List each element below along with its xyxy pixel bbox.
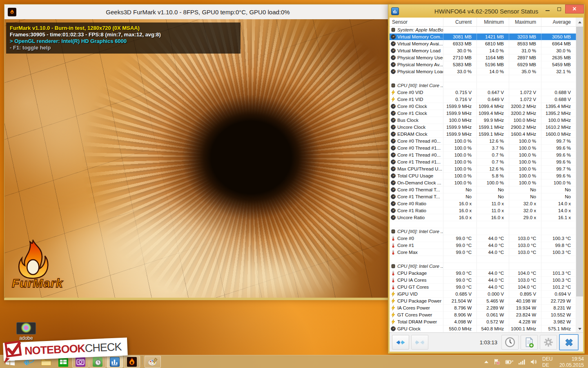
sensor-row[interactable]: CPU IA Cores99.0 °C44.0 °C103.0 °C100.3 … — [390, 277, 576, 284]
sensor-row[interactable]: CPU Package99.0 °C44.0 °C104.0 °C101.3 °… — [390, 270, 576, 277]
sensor-value: 2.289 W — [477, 305, 509, 312]
sensor-row[interactable]: Core #0 VID0.715 V0.647 V1.072 V0.688 V — [390, 89, 576, 96]
column-header-minimum[interactable]: Minimum — [477, 18, 509, 26]
sensor-value: 0.7 % — [477, 159, 509, 166]
sensor-row[interactable]: Virtual Memory Avai...6933 MB6810 MB8593… — [390, 40, 576, 47]
hwinfo-titlebar[interactable]: HWiNFO64 v4.62-2500 Sensor Status × — [388, 4, 584, 18]
volume-speaker-icon[interactable] — [530, 359, 537, 365]
sensor-row[interactable]: Physical Memory Used2710 MB1164 MB2897 M… — [390, 54, 576, 61]
sensor-row[interactable]: Uncore Clock1599.9 MHz1599.1 MHz2900.2 M… — [390, 124, 576, 131]
sensor-value: 1164 MB — [477, 54, 509, 61]
sensor-label: Uncore Clock — [397, 125, 425, 130]
sensor-row[interactable]: CPU Package Power21.504 W5.465 W40.198 W… — [390, 298, 576, 305]
sensor-row[interactable]: Bus Clock100.0 MHz99.9 MHz100.0 MHz100.0… — [390, 117, 576, 124]
sensor-row[interactable]: Total DRAM Power4.098 W0.572 W4.228 W3.9… — [390, 319, 576, 325]
sensor-value: 14.0 x — [541, 200, 576, 207]
sensor-row[interactable]: Core #1 Thread #1...100.0 %0.7 %100.0 %9… — [390, 159, 576, 166]
tray-time: 19:54 — [572, 356, 584, 362]
sensor-value: 1599.9 MHz — [443, 103, 477, 110]
scroll-up-button[interactable] — [576, 18, 583, 27]
sensor-row[interactable]: GT Cores Power8.906 W0.061 W23.824 W10.5… — [390, 312, 576, 319]
sensor-row[interactable]: EDRAM Clock1599.9 MHz1599.1 MHz1600.4 MH… — [390, 131, 576, 138]
taskbar-item-stopwatch-benchmark[interactable] — [89, 356, 106, 368]
sensor-row[interactable]: Core #0 Thread #1...100.0 %3.7 %100.0 %9… — [390, 145, 576, 152]
sensor-value: 0.572 W — [477, 319, 509, 325]
sensor-row[interactable]: Virtual Memory Load30.0 %14.0 %31.0 %30.… — [390, 47, 576, 54]
sensor-row[interactable]: Core #1 VID0.716 V0.649 V1.072 V0.688 V — [390, 96, 576, 103]
settings-button[interactable] — [540, 335, 557, 350]
scroll-down-button[interactable] — [576, 325, 583, 332]
sensor-row[interactable]: Core #199.0 °C44.0 °C103.0 °C99.8 °C — [390, 242, 576, 249]
sensor-row[interactable]: On-Demand Clock ...100.0 %100.0 %100.0 %… — [390, 180, 576, 186]
sensor-row[interactable]: Total CPU Usage100.0 %5.8 %100.0 %99.6 % — [390, 173, 576, 180]
sensor-row[interactable]: CPU GT Cores99.0 °C44.0 °C104.0 °C101.2 … — [390, 284, 576, 291]
sensor-row[interactable]: Core Max99.0 °C44.0 °C103.0 °C100.3 °C — [390, 249, 576, 256]
furmark-titlebar[interactable]: Geeks3D FurMark v1.10.0 - 8FPS, GPU0 tem… — [4, 4, 391, 19]
sensor-label: Virtual Memory Com... — [397, 34, 443, 39]
sensor-value: 100.3 °C — [541, 277, 576, 284]
sensor-row[interactable]: Max CPU/Thread U...100.0 %12.6 %100.0 %9… — [390, 166, 576, 173]
column-header-maximum[interactable]: Maximum — [509, 18, 541, 26]
taskbar-item-paint[interactable] — [145, 356, 161, 368]
collapse-columns-button[interactable] — [411, 335, 428, 350]
sensor-row[interactable]: IA Cores Power8.796 W2.289 W19.934 W8.23… — [390, 305, 576, 312]
tray-clock[interactable]: DEU19:54 DE20.05.2015 — [540, 355, 588, 368]
sensor-section-header[interactable]: CPU [#0]: Intel Core ... — [390, 228, 576, 235]
sensor-section-header[interactable]: CPU [#0]: Intel Core ... — [390, 263, 576, 270]
column-header-current[interactable]: Current — [443, 18, 477, 26]
show-hidden-icons-button[interactable] — [484, 361, 488, 363]
vertical-scrollbar[interactable] — [576, 27, 583, 332]
expand-columns-button[interactable] — [392, 335, 409, 350]
minimize-button[interactable] — [541, 4, 553, 13]
sensor-value: 100.0 % — [443, 159, 477, 166]
taskbar-item-furmark[interactable] — [124, 356, 140, 368]
sensor-row[interactable]: Core #0 Thread #0...100.0 %12.6 %100.0 %… — [390, 138, 576, 145]
sensor-row[interactable]: Virtual Memory Com...3081 MB1421 MB3203 … — [390, 34, 576, 40]
sensor-row[interactable]: Core #0 Ratio16.0 x11.0 x32.0 x14.0 x — [390, 200, 576, 207]
close-button[interactable]: × — [565, 4, 584, 13]
scrollbar-thumb[interactable] — [576, 27, 583, 296]
sensor-label: Core #1 Thread #1... — [397, 159, 441, 164]
reset-clock-button[interactable] — [501, 335, 519, 350]
sensor-value: 99.6 % — [541, 173, 576, 180]
sensor-section-header[interactable]: CPU [#0]: Intel Core ... — [390, 82, 576, 89]
column-header-average[interactable]: Average — [541, 18, 576, 26]
sensor-value: 100.0 % — [509, 180, 541, 186]
sensor-value: 1395.2 MHz — [541, 110, 576, 117]
sensor-value: 0.895 V — [509, 291, 541, 298]
sensor-value: 1421 MB — [477, 34, 509, 40]
sensor-section-header[interactable]: System: Apple MacBo... — [390, 27, 576, 34]
close-sensors-button[interactable] — [559, 334, 579, 350]
sensor-row[interactable]: GPU Clock550.0 MHz540.8 MHz1000.1 MHz575… — [390, 325, 576, 332]
section-label: CPU [#0]: Intel Core ... — [397, 264, 443, 269]
watermark-text-notebook: NOTEBOOK — [24, 342, 85, 357]
sensor-row[interactable]: Core #1 Thermal T...NoNoNoNo — [390, 193, 576, 200]
sensor-value: 23.824 W — [509, 312, 541, 319]
taskbar-item-hwinfo[interactable] — [107, 356, 123, 368]
sensor-value: 0.7 % — [477, 152, 509, 159]
hwinfo-icon — [110, 357, 120, 367]
maximize-button[interactable] — [553, 4, 565, 13]
sensor-row[interactable]: Core #099.0 °C44.0 °C103.0 °C100.3 °C — [390, 235, 576, 242]
sensor-value: 6929 MB — [509, 61, 541, 68]
sensor-row[interactable]: Core #0 Thermal T...NoNoNoNo — [390, 186, 576, 193]
sensor-row[interactable]: iGPU VID0.685 V0.000 V0.895 V0.694 V — [390, 291, 576, 298]
sensor-row[interactable]: Core #1 Clock1599.9 MHz1099.4 MHz3200.2 … — [390, 110, 576, 117]
sensor-row[interactable]: Uncore Ratio16.0 x16.0 x29.0 x16.1 x — [390, 214, 576, 221]
column-header-sensor[interactable]: Sensor — [390, 18, 443, 26]
sensor-row[interactable]: Physical Memory Av...5383 MB5196 MB6929 … — [390, 61, 576, 68]
logging-report-button[interactable] — [521, 335, 538, 350]
power-plug-icon[interactable] — [505, 359, 513, 365]
desktop-icon-adobe[interactable]: adobe — [14, 322, 38, 341]
hwinfo-body: Sensor Current Minimum Maximum Average S… — [390, 18, 583, 352]
sensor-value: 3.7 % — [477, 145, 509, 152]
sensor-row[interactable]: Physical Memory Load33.0 %14.0 %35.0 %32… — [390, 68, 576, 75]
sensor-row[interactable]: Core #0 Clock1599.9 MHz1099.4 MHz3200.2 … — [390, 103, 576, 110]
sensor-value: 16.0 x — [443, 200, 477, 207]
sensor-row[interactable]: Core #1 Ratio16.0 x11.0 x32.0 x14.0 x — [390, 207, 576, 214]
action-center-flag-icon[interactable] — [493, 358, 500, 365]
notebookcheck-check-icon — [2, 339, 27, 365]
sensor-row[interactable]: Core #1 Thread #0...100.0 %0.7 %100.0 %9… — [390, 152, 576, 159]
network-signal-icon[interactable] — [518, 359, 525, 365]
sensor-value: 100.0 MHz — [443, 117, 477, 124]
